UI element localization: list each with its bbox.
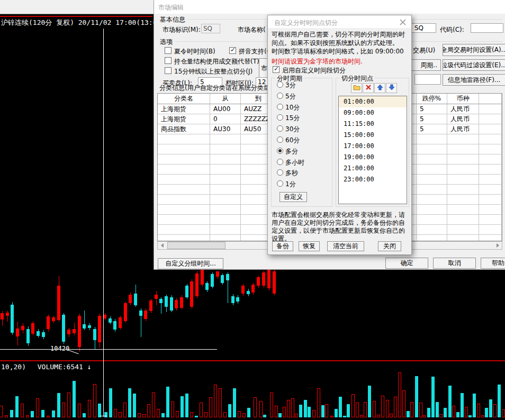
code-field[interactable] [471, 23, 503, 33]
delete-x-icon [365, 84, 372, 92]
volume-bar [381, 396, 384, 417]
cancel-button[interactable]: 取消 [433, 258, 476, 269]
period-radio-10分[interactable] [277, 104, 283, 110]
warning-text: 时间请设置为金字塔的市场时间. [272, 57, 363, 66]
round-split-checkbox[interactable] [165, 67, 172, 74]
volume-bar [233, 388, 236, 417]
move-down-button[interactable] [386, 83, 397, 93]
period-radio-多秒[interactable] [277, 169, 283, 176]
table-cell: 币种 [447, 94, 479, 104]
time-point-item[interactable]: 19:00:00 [339, 152, 407, 163]
hidden-button-sliver[interactable]: 市 [259, 58, 268, 78]
period-radio-3分[interactable] [277, 81, 283, 88]
custom-period-button[interactable]: 自定义 [279, 192, 307, 202]
market-dialog-titlebar[interactable] [154, 0, 505, 14]
scrollbar-thumb[interactable] [167, 242, 226, 249]
time-point-item[interactable]: 21:00:00 [339, 163, 407, 174]
volume-bar [485, 408, 488, 417]
table-cell [479, 195, 502, 204]
table-cell [447, 195, 479, 204]
volume-bar [214, 385, 217, 417]
table-cell [479, 134, 502, 144]
time-point-item[interactable]: 23:00:00 [339, 174, 407, 185]
folder-icon [353, 84, 360, 92]
volume-bar [390, 414, 393, 417]
candle-body [26, 329, 30, 343]
code-label: 代码(C): [440, 25, 464, 34]
volume-bar [373, 401, 376, 417]
custom-group-time-button[interactable]: 自定义分组时间... [158, 258, 223, 269]
time-point-list[interactable]: 01:00:0009:00:0011:15:0015:00:0017:00:00… [338, 96, 407, 204]
candle-body [175, 300, 178, 308]
right-small-field[interactable] [414, 74, 441, 85]
volume-bar [468, 415, 472, 417]
candle-body [180, 297, 183, 308]
move-up-button[interactable] [374, 83, 385, 93]
global-time-settings-button[interactable]: 全局交易时间设置(A)... [443, 44, 505, 56]
add-time-button[interactable] [351, 83, 362, 93]
volume-bar [439, 414, 443, 417]
table-cell [447, 185, 479, 194]
points-group-label: 切分时间点 [340, 74, 375, 83]
market-id-field[interactable] [201, 24, 220, 33]
junk-code-filter-button[interactable]: 垃圾代码过滤设置(E)... [443, 59, 505, 71]
enable-split-checkbox[interactable] [273, 66, 279, 73]
candle-body [185, 286, 188, 297]
table-cell [158, 185, 210, 194]
delete-time-button[interactable] [363, 83, 374, 93]
volume-bar [339, 397, 342, 417]
dst-checkbox-label: 夏令时时间(B) [174, 47, 215, 56]
table-cell: 5 [417, 104, 447, 114]
restore-button[interactable]: 恢复 [299, 241, 320, 251]
table-cell [158, 235, 210, 241]
candle-body [231, 296, 235, 303]
backup-button[interactable]: 备份 [272, 241, 293, 251]
period-radio-15分[interactable] [277, 114, 283, 121]
position-checkbox[interactable] [165, 57, 172, 64]
volume-bar [304, 400, 307, 417]
time-point-item[interactable]: 11:15:00 [339, 118, 407, 130]
table-cell [479, 165, 502, 174]
table-cell [447, 225, 479, 234]
close-button[interactable]: 关闭 [378, 241, 401, 251]
close-icon[interactable] [399, 19, 407, 26]
period-radio-多分[interactable] [277, 148, 283, 154]
dst-checkbox[interactable] [165, 47, 172, 54]
candle-body [1, 313, 4, 319]
table-cell [417, 225, 447, 234]
clear-current-button[interactable]: 清空当前 [327, 241, 364, 251]
table-cell [447, 235, 479, 241]
app-root: { "chart": { "title_left": "沪锌连续(120分 复权… [0, 0, 505, 420]
volume-bar [10, 410, 13, 417]
info-mine-path-button[interactable]: 信息地雷路径(F)... [443, 74, 505, 86]
market-name-field[interactable] [408, 23, 436, 33]
scroll-right-arrow[interactable] [493, 242, 502, 249]
volume-bar [128, 388, 131, 417]
time-point-item[interactable]: 17:00:00 [339, 141, 407, 152]
candle-body [144, 311, 147, 319]
period-radio-1分[interactable] [277, 180, 283, 187]
candle-body [267, 270, 270, 288]
period-radio-30分[interactable] [277, 125, 283, 132]
ok-button[interactable]: 确定 [385, 258, 428, 269]
table-cell: 0 [210, 114, 241, 124]
scroll-left-arrow[interactable] [158, 242, 166, 249]
table-cell: 上海期货 [158, 104, 210, 114]
table-cell [158, 215, 210, 224]
volume-bar [228, 404, 231, 417]
period-radio-多小时[interactable] [277, 159, 283, 165]
help-button[interactable]: 帮助(H) [481, 258, 505, 269]
volume-bar [26, 415, 29, 417]
volume-bar [283, 407, 286, 417]
time-point-item[interactable]: 15:00:00 [339, 130, 407, 141]
period-radio-label: 1分 [285, 180, 296, 189]
period-radio-5分[interactable] [277, 93, 283, 99]
volume-bar [181, 396, 184, 417]
table-cell [417, 205, 447, 214]
time-point-item[interactable]: 01:00:00 [339, 96, 407, 107]
time-point-item[interactable]: 09:00:00 [339, 107, 407, 118]
volume-bar [343, 416, 346, 417]
period-radio-60分[interactable] [277, 136, 283, 143]
volume-bar [36, 398, 39, 417]
pinyin-checkbox[interactable] [229, 47, 236, 54]
